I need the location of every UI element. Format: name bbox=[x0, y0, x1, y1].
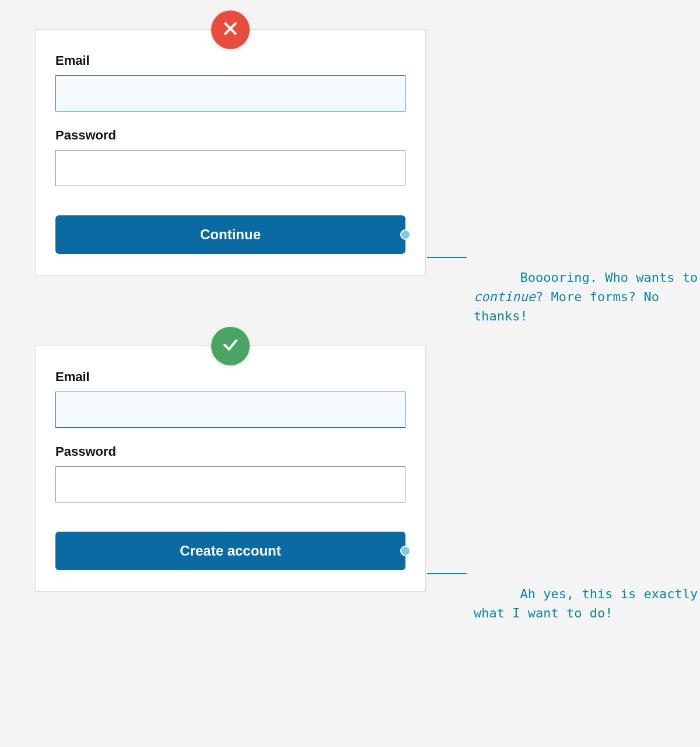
annotation-connector bbox=[427, 257, 467, 258]
password-input[interactable] bbox=[55, 150, 405, 186]
check-icon bbox=[222, 336, 239, 356]
annotation-marker bbox=[400, 229, 411, 240]
continue-button[interactable]: Continue bbox=[55, 215, 405, 254]
email-label: Email bbox=[55, 53, 405, 68]
email-input[interactable] bbox=[55, 75, 405, 111]
password-label: Password bbox=[55, 128, 405, 143]
good-example: Email Password Create account Ah yes, th… bbox=[35, 345, 665, 592]
annotation-text: Ah yes, this is exactly what I want to d… bbox=[474, 565, 700, 642]
password-input[interactable] bbox=[55, 466, 405, 502]
check-badge bbox=[211, 327, 250, 365]
email-label: Email bbox=[55, 369, 405, 385]
form-card: Email Password Continue bbox=[35, 29, 426, 275]
bad-example: Email Password Continue Booooring. Who w… bbox=[35, 29, 665, 275]
annotation-text: Booooring. Who wants to continue? More f… bbox=[474, 249, 700, 345]
form-card: Email Password Create account bbox=[35, 345, 426, 592]
password-label: Password bbox=[55, 444, 405, 459]
create-account-button[interactable]: Create account bbox=[55, 532, 405, 570]
x-icon bbox=[222, 20, 239, 40]
email-input[interactable] bbox=[55, 392, 405, 428]
button-label: Continue bbox=[200, 226, 261, 242]
annotation-connector bbox=[427, 573, 467, 574]
annotation-marker bbox=[400, 546, 411, 556]
x-badge bbox=[211, 11, 250, 49]
button-label: Create account bbox=[180, 543, 281, 558]
